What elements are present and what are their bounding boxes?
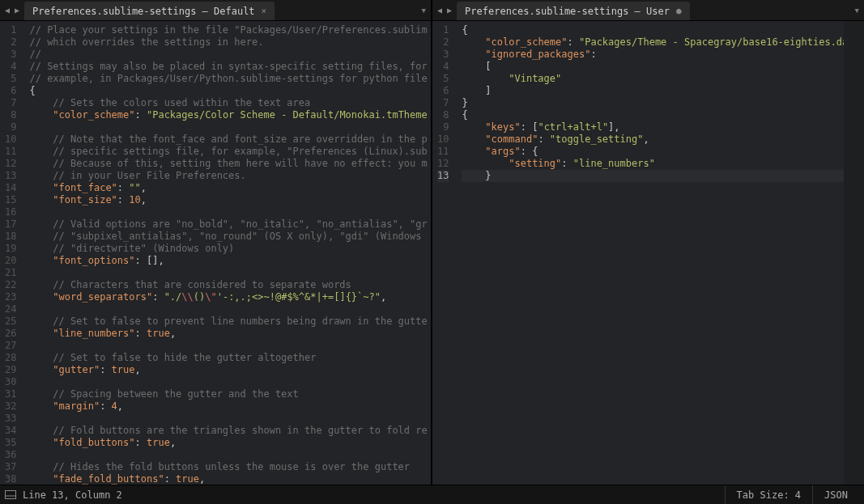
- code-line[interactable]: "fade_fold_buttons": true,: [29, 473, 431, 485]
- right-code[interactable]: { "color_scheme": "Packages/Theme - Spac…: [455, 21, 844, 485]
- tab-user-settings[interactable]: Preferences.sublime-settings — User ●: [457, 2, 691, 20]
- dirty-indicator-icon[interactable]: ●: [676, 6, 682, 16]
- code-line[interactable]: // example, in Packages/User/Python.subl…: [29, 73, 431, 85]
- line-number: 20: [5, 255, 16, 267]
- code-line[interactable]: //: [29, 49, 431, 61]
- code-line[interactable]: // Characters that are considered to sep…: [29, 279, 431, 291]
- code-line[interactable]: // specific settings file, for example, …: [29, 146, 431, 158]
- code-line[interactable]: [29, 340, 431, 352]
- code-line[interactable]: {: [29, 85, 431, 97]
- line-number: 2: [437, 36, 449, 49]
- line-number: 7: [5, 97, 16, 109]
- line-number: 10: [437, 133, 449, 146]
- tab-menu-icon[interactable]: ▼: [850, 0, 864, 20]
- nav-back-icon[interactable]: ◀: [3, 6, 11, 15]
- code-line[interactable]: ]: [462, 85, 844, 97]
- tab-default-settings[interactable]: Preferences.sublime-settings — Default ×: [24, 2, 275, 20]
- code-line[interactable]: "fold_buttons": true,: [29, 437, 431, 449]
- code-line[interactable]: "font_size": 10,: [29, 194, 431, 206]
- left-pane: ◀ ▶ Preferences.sublime-settings — Defau…: [0, 0, 431, 485]
- line-number: 32: [5, 400, 16, 413]
- code-line[interactable]: // Because of this, setting them here wi…: [29, 158, 431, 170]
- left-code[interactable]: // Place your settings in the file "Pack…: [23, 21, 431, 485]
- code-line[interactable]: // Place your settings in the file "Pack…: [29, 24, 431, 36]
- code-line[interactable]: // Fold buttons are the triangles shown …: [29, 425, 431, 437]
- code-line[interactable]: "Vintage": [462, 73, 844, 85]
- code-line[interactable]: [29, 376, 431, 388]
- panel-switcher-icon[interactable]: [5, 490, 16, 499]
- code-line[interactable]: "args": {: [462, 146, 844, 158]
- code-line[interactable]: // "subpixel_antialias", "no_round" (OS …: [29, 231, 431, 243]
- line-number: 6: [5, 85, 16, 97]
- code-line[interactable]: // Set to false to hide the gutter altog…: [29, 352, 431, 364]
- line-number: 29: [5, 364, 16, 376]
- code-line[interactable]: "color_scheme": "Packages/Color Scheme -…: [29, 109, 431, 121]
- close-icon[interactable]: ×: [262, 6, 267, 16]
- code-line[interactable]: [29, 267, 431, 279]
- nav-back-icon[interactable]: ◀: [436, 6, 444, 15]
- line-number: 19: [5, 243, 16, 255]
- code-line[interactable]: "font_options": [],: [29, 255, 431, 267]
- line-number: 13: [437, 170, 449, 182]
- line-number: 8: [5, 109, 16, 121]
- code-line[interactable]: [29, 449, 431, 461]
- line-number: 2: [5, 36, 16, 49]
- line-number: 31: [5, 388, 16, 400]
- code-line[interactable]: // Set to false to prevent line numbers …: [29, 316, 431, 328]
- code-line[interactable]: {: [462, 109, 844, 121]
- line-number: 12: [5, 158, 16, 170]
- line-number: 3: [5, 49, 16, 61]
- code-line[interactable]: [29, 206, 431, 218]
- code-line[interactable]: "ignored_packages":: [462, 49, 844, 61]
- code-line[interactable]: // Valid options are "no_bold", "no_ital…: [29, 218, 431, 231]
- tab-menu-icon[interactable]: ▼: [417, 0, 431, 20]
- statusbar: Line 13, Column 2 Tab Size: 4 JSON: [0, 485, 864, 504]
- svg-rect-0: [6, 491, 16, 499]
- code-line[interactable]: // in your User File Preferences.: [29, 170, 431, 182]
- code-line[interactable]: {: [462, 24, 844, 36]
- code-line[interactable]: // Note that the font_face and font_size…: [29, 133, 431, 146]
- line-number: 11: [437, 146, 449, 158]
- code-line[interactable]: "keys": ["ctrl+alt+l"],: [462, 121, 844, 133]
- nav-fwd-icon[interactable]: ▶: [445, 6, 453, 15]
- code-line[interactable]: "setting": "line_numbers": [462, 158, 844, 170]
- line-number: 11: [5, 146, 16, 158]
- syntax-selector[interactable]: JSON: [812, 485, 859, 504]
- code-line[interactable]: "line_numbers": true,: [29, 328, 431, 340]
- line-number: 15: [5, 194, 16, 206]
- code-line[interactable]: [29, 413, 431, 425]
- minimap[interactable]: [844, 21, 864, 485]
- line-number: 33: [5, 413, 16, 425]
- code-line[interactable]: "command": "toggle_setting",: [462, 133, 844, 146]
- code-line[interactable]: // Settings may also be placed in syntax…: [29, 61, 431, 73]
- code-line[interactable]: "font_face": "",: [29, 182, 431, 194]
- code-line[interactable]: }: [462, 170, 844, 182]
- cursor-position: Line 13, Column 2: [23, 489, 122, 501]
- line-number: 1: [437, 24, 449, 36]
- code-line[interactable]: [29, 121, 431, 133]
- left-tabbar: ◀ ▶ Preferences.sublime-settings — Defau…: [0, 0, 431, 21]
- right-editor[interactable]: 12345678910111213 { "color_scheme": "Pac…: [432, 21, 864, 485]
- line-number: 22: [5, 279, 16, 291]
- code-line[interactable]: "margin": 4,: [29, 400, 431, 413]
- left-editor[interactable]: 1234567891011121314151617181920212223242…: [0, 21, 431, 485]
- line-number: 9: [5, 121, 16, 133]
- code-line[interactable]: [: [462, 61, 844, 73]
- tab-size-selector[interactable]: Tab Size: 4: [725, 485, 812, 504]
- line-number: 9: [437, 121, 449, 133]
- line-number: 21: [5, 267, 16, 279]
- tab-title: Preferences.sublime-settings — Default: [32, 6, 255, 17]
- nav-fwd-icon[interactable]: ▶: [13, 6, 21, 15]
- line-number: 18: [5, 231, 16, 243]
- code-line[interactable]: // Spacing between the gutter and the te…: [29, 388, 431, 400]
- code-line[interactable]: "color_scheme": "Packages/Theme - Spaceg…: [462, 36, 844, 49]
- code-line[interactable]: // Hides the fold buttons unless the mou…: [29, 461, 431, 473]
- code-line[interactable]: // which overrides the settings in here.: [29, 36, 431, 49]
- code-line[interactable]: // "directwrite" (Windows only): [29, 243, 431, 255]
- code-line[interactable]: }: [462, 97, 844, 109]
- code-line[interactable]: [29, 303, 431, 316]
- code-line[interactable]: "word_separators": "./\\()\"'-:,.;<>~!@#…: [29, 291, 431, 303]
- code-line[interactable]: "gutter": true,: [29, 364, 431, 376]
- code-line[interactable]: // Sets the colors used within the text …: [29, 97, 431, 109]
- line-number: 28: [5, 352, 16, 364]
